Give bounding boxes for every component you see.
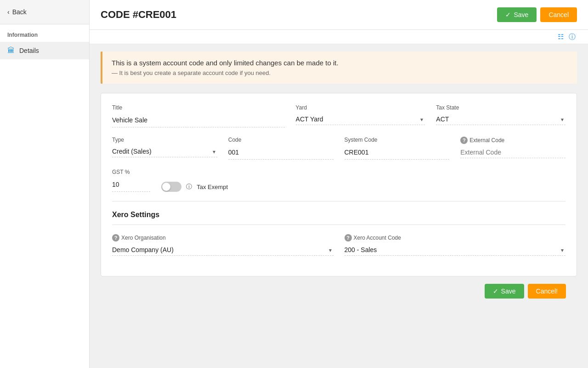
title-group: Title Vehicle Sale bbox=[112, 104, 285, 127]
page-title: CODE #CRE001 bbox=[101, 9, 176, 21]
gst-label: GST % bbox=[112, 169, 150, 175]
info-circle-icon[interactable]: ⓘ bbox=[569, 33, 577, 41]
toggle-thumb bbox=[162, 183, 170, 191]
tax-state-select-wrapper: ACT bbox=[436, 114, 565, 125]
code-label: Code bbox=[228, 137, 334, 143]
yard-group: Yard ACT Yard bbox=[296, 104, 425, 127]
xero-section-title: Xero Settings bbox=[112, 211, 565, 219]
warning-banner: This is a system account code and only l… bbox=[101, 52, 577, 84]
type-label: Type bbox=[112, 137, 217, 143]
content-area: This is a system account code and only l… bbox=[90, 44, 588, 368]
xero-divider bbox=[112, 224, 565, 225]
xero-org-group: ? Xero Organisation Demo Company (AU) bbox=[112, 234, 334, 256]
building-icon: 🏛 bbox=[7, 46, 15, 55]
yard-select-wrapper: ACT Yard bbox=[296, 114, 425, 125]
bottom-save-label: Save bbox=[501, 288, 516, 295]
type-select-wrapper: Credit (Sales) bbox=[112, 146, 217, 157]
xero-account-code-help-icon[interactable]: ? bbox=[345, 234, 352, 242]
form-row-1: Title Vehicle Sale Yard ACT Yard Tax Sta… bbox=[112, 104, 565, 127]
form-row-2: Type Credit (Sales) Code 001 System Code… bbox=[112, 137, 565, 160]
xero-org-label-row: ? Xero Organisation bbox=[112, 234, 334, 242]
tax-state-select[interactable]: ACT bbox=[436, 114, 565, 125]
warning-subtitle: — It is best you create a separate accou… bbox=[112, 69, 568, 76]
empty-group-2 bbox=[438, 169, 565, 192]
xero-org-help-icon[interactable]: ? bbox=[112, 234, 119, 242]
yard-select[interactable]: ACT Yard bbox=[296, 114, 425, 125]
tax-exempt-toggle[interactable] bbox=[161, 182, 181, 192]
system-code-label: System Code bbox=[345, 137, 450, 143]
sidebar-item-details[interactable]: 🏛 Details bbox=[0, 42, 89, 59]
type-select[interactable]: Credit (Sales) bbox=[112, 146, 217, 157]
yard-label: Yard bbox=[296, 104, 425, 111]
table-icon[interactable]: ☷ bbox=[558, 33, 566, 41]
tax-exempt-toggle-row: ⓘ Tax Exempt bbox=[161, 182, 288, 192]
header-cancel-button[interactable]: Cancel bbox=[540, 7, 577, 22]
code-group: Code 001 bbox=[228, 137, 334, 160]
tax-exempt-label: Tax Exempt bbox=[197, 184, 228, 190]
header-actions: ✓ Save Cancel bbox=[497, 7, 577, 22]
xero-account-code-select[interactable]: 200 - Sales bbox=[345, 244, 566, 256]
external-code-input[interactable] bbox=[460, 147, 565, 158]
bottom-actions: ✓ Save Cancel! bbox=[101, 276, 577, 306]
gst-value: 10 bbox=[112, 178, 150, 192]
xero-org-select[interactable]: Demo Company (AU) bbox=[112, 244, 334, 256]
form-card: Title Vehicle Sale Yard ACT Yard Tax Sta… bbox=[101, 93, 577, 276]
xero-account-code-group: ? Xero Account Code 200 - Sales bbox=[345, 234, 566, 256]
external-code-help-icon[interactable]: ? bbox=[460, 137, 468, 144]
empty-group bbox=[300, 169, 427, 192]
tax-state-group: Tax State ACT bbox=[436, 104, 565, 127]
bottom-cancel-label: Cancel! bbox=[536, 288, 558, 295]
sidebar-section-label: Information bbox=[0, 24, 89, 42]
main-content: CODE #CRE001 ✓ Save Cancel ☷ ⓘ This is a… bbox=[90, 0, 588, 368]
back-button[interactable]: ‹ Back bbox=[0, 0, 89, 24]
section-divider bbox=[112, 201, 565, 201]
tax-exempt-icon: ⓘ bbox=[186, 183, 192, 191]
external-code-label-row: ? External Code bbox=[460, 137, 565, 144]
title-label: Title bbox=[112, 104, 285, 111]
back-chevron-icon: ‹ bbox=[7, 8, 10, 16]
title-value: Vehicle Sale bbox=[112, 114, 285, 127]
bottom-save-button[interactable]: ✓ Save bbox=[485, 284, 524, 299]
xero-org-select-wrapper: Demo Company (AU) bbox=[112, 244, 334, 256]
header-icons-row: ☷ ⓘ bbox=[90, 30, 588, 44]
external-code-group: ? External Code bbox=[460, 137, 565, 160]
external-code-label: External Code bbox=[469, 137, 504, 144]
system-code-group: System Code CRE001 bbox=[345, 137, 450, 160]
type-group: Type Credit (Sales) bbox=[112, 137, 217, 160]
gst-group: GST % 10 bbox=[112, 169, 150, 192]
tax-state-label: Tax State bbox=[436, 104, 565, 111]
sidebar-item-details-label: Details bbox=[19, 47, 39, 54]
back-label: Back bbox=[12, 8, 27, 16]
xero-org-label: Xero Organisation bbox=[121, 235, 166, 241]
bottom-checkmark-icon: ✓ bbox=[493, 288, 498, 295]
toggle-track bbox=[161, 182, 181, 192]
page-header: CODE #CRE001 ✓ Save Cancel bbox=[90, 0, 588, 30]
bottom-cancel-button[interactable]: Cancel! bbox=[528, 284, 566, 299]
xero-account-code-label: Xero Account Code bbox=[354, 235, 401, 241]
header-save-button[interactable]: ✓ Save bbox=[497, 7, 537, 22]
header-save-label: Save bbox=[514, 11, 528, 18]
form-row-3: GST % 10 ⓘ Tax Exempt bbox=[112, 169, 565, 192]
code-value: 001 bbox=[228, 146, 334, 160]
tax-exempt-group: ⓘ Tax Exempt bbox=[161, 169, 288, 192]
xero-account-code-label-row: ? Xero Account Code bbox=[345, 234, 566, 242]
warning-title: This is a system account code and only l… bbox=[112, 59, 568, 67]
xero-account-code-select-wrapper: 200 - Sales bbox=[345, 244, 566, 256]
system-code-value: CRE001 bbox=[345, 146, 450, 160]
header-cancel-label: Cancel bbox=[548, 11, 569, 18]
sidebar: ‹ Back Information 🏛 Details bbox=[0, 0, 90, 368]
checkmark-icon: ✓ bbox=[505, 11, 511, 18]
xero-row: ? Xero Organisation Demo Company (AU) ? … bbox=[112, 234, 565, 256]
